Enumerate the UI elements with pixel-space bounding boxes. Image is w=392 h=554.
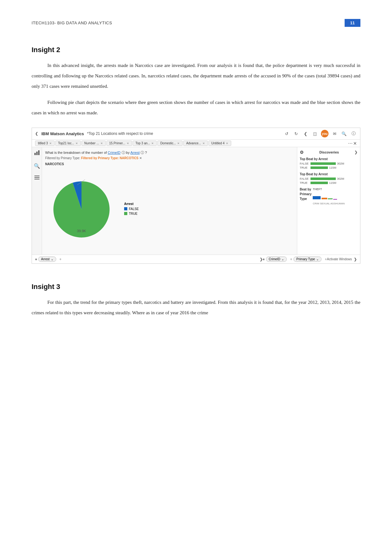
bottom-expand-icon[interactable]: ❯	[260, 257, 263, 262]
s3-sublabels: CRIM SEXUAL ASSHUMAN	[313, 202, 345, 205]
tabs-add-icon[interactable]: ✕	[353, 141, 357, 146]
watson-chart: ❮ IBM Watson Analytics *Top 21 Locations…	[32, 128, 360, 264]
user-avatar[interactable]: you	[321, 130, 329, 137]
tab-domestic[interactable]: Domestic... ✕	[157, 141, 183, 146]
axis-icon-right: ■	[263, 257, 265, 261]
tab-titled3-close[interactable]: ✕	[49, 142, 52, 145]
tab-titled3-label: titlled 3	[38, 142, 48, 145]
discoveries-panel: ⚙ Discoveries ❯ Top Beat by Arrest FALSE…	[297, 147, 360, 255]
tab-number[interactable]: Number ... ✕	[81, 141, 106, 146]
legend-false-dot	[124, 207, 127, 210]
chart-title-text: *Top 21 Locations with respect to crime	[87, 131, 280, 136]
svg-rect-9	[328, 198, 333, 199]
axis-icon-left: ■	[35, 257, 37, 261]
tab-advance[interactable]: Advance... ✕	[183, 141, 208, 146]
s3-theft-label: THEFT	[313, 188, 345, 191]
analysis-icon[interactable]: 🔍	[34, 163, 40, 169]
s2-r2-bar	[311, 182, 328, 184]
search-icon[interactable]: 🔍	[341, 130, 347, 137]
bottom-center-plus[interactable]: +	[290, 257, 292, 262]
tab-primer-label: 15.Primer...	[109, 142, 125, 145]
question-text-by: ⓘ by	[122, 151, 130, 154]
arrest-link[interactable]: Arrest	[130, 151, 140, 154]
tabs-more-icon[interactable]: ⋯	[348, 141, 353, 146]
tab-untitled4[interactable]: Untitled 4 ✕	[208, 141, 231, 146]
bottom-left-axis: ■ Arrest ⌄ +	[35, 256, 260, 262]
discovery-section1: Top Beat by Arrest FALSE 302M TRUE 115M	[300, 157, 358, 169]
tab-top21loc-label: Top21 loc...	[58, 142, 74, 145]
primary-type-pill-arrow: ⌄	[316, 257, 319, 261]
document-title: ITECH1103- BIG DATA AND ANALYTICS	[32, 21, 112, 25]
arrest-pill[interactable]: Arrest ⌄	[38, 256, 56, 262]
discovery-section3-title3: Type	[300, 197, 311, 201]
svg-rect-10	[333, 199, 337, 200]
insight2-paragraph1: In this advanced insight, the arrests ma…	[32, 60, 360, 92]
discoveries-title: Discoveries	[319, 150, 339, 154]
s2-r2-label: TRUE	[300, 181, 309, 184]
discovery-section3-title: Beat by	[300, 188, 311, 191]
bottom-left-plus[interactable]: +	[59, 257, 62, 262]
bottom-right-plus[interactable]: +	[325, 257, 327, 262]
tab-number-label: Number ...	[84, 142, 99, 145]
pie-legend: Arrest FALSE TRUE	[124, 202, 139, 217]
question-mark: ⓘ ?	[141, 151, 147, 154]
svg-rect-0	[34, 153, 36, 155]
primary-type-pill[interactable]: Primary Type ⌄	[293, 256, 322, 262]
s3-content-col: THEFT CRIM SEXUAL ASSHUMAN	[313, 188, 345, 205]
legend-arrest-title: Arrest	[124, 202, 139, 206]
discoveries-expand-icon[interactable]: ❯	[354, 150, 358, 154]
collapse-icon[interactable]: ❮	[35, 131, 38, 136]
narcotics-chart-label: NARCOTICS	[45, 162, 294, 166]
legend-false: FALSE	[124, 207, 139, 211]
tab-untitled4-close[interactable]: ✕	[226, 142, 228, 145]
bottom-right-section: Activate Windows ❯	[327, 257, 357, 262]
tab-number-close[interactable]: ✕	[100, 142, 103, 145]
svg-rect-7	[313, 196, 321, 199]
crimeid-pill[interactable]: CrimeID ⌄	[266, 256, 287, 262]
help-icon[interactable]: ⓘ	[350, 130, 357, 137]
s1-r1-bar	[311, 162, 336, 165]
s1-r2-val: 115M	[329, 166, 336, 169]
legend-true-dot	[124, 212, 127, 215]
tab-domestic-close[interactable]: ✕	[177, 142, 180, 145]
tab-advance-close[interactable]: ✕	[202, 142, 205, 145]
svg-rect-2	[38, 150, 39, 155]
s2-r1-val: 302M	[337, 177, 344, 180]
watson-app-name: IBM Watson Analytics	[41, 131, 84, 136]
visualization-icon[interactable]	[34, 150, 40, 157]
tab-top3an-close[interactable]: ✕	[151, 142, 154, 145]
crime-id-link[interactable]: CrimeID	[108, 151, 120, 154]
insight3-title: Insight 3	[32, 283, 360, 291]
crimeid-pill-label: CrimeID	[269, 257, 280, 261]
notification-icon[interactable]: ✉	[331, 130, 338, 137]
share-icon[interactable]: ❮	[302, 130, 309, 137]
format-icon[interactable]	[34, 175, 40, 181]
s2-r2-val: 115M	[329, 181, 336, 184]
discovery-section2-title: Top Beat by Arrest	[300, 172, 358, 176]
discoveries-header: ⚙ Discoveries ❯	[300, 150, 358, 155]
pie-chart-svg: 39.9K	[45, 178, 118, 241]
grid-icon[interactable]: ◫	[311, 130, 318, 137]
page: ITECH1103- BIG DATA AND ANALYTICS 11 Ins…	[0, 0, 392, 554]
redo-icon[interactable]: ↻	[292, 130, 299, 137]
chart-content-area: What is the breakdown of the number of C…	[42, 147, 297, 255]
discovery-section1-title: Top Beat by Arrest	[300, 157, 358, 161]
tab-top3an[interactable]: Top 3 an... ✕	[133, 141, 157, 146]
discovery-section2: Top Beat by Arrest FALSE 302M TRUE 115M	[300, 172, 358, 184]
chart-bottom-bar: ■ Arrest ⌄ + ❯ ■ CrimeID ⌄ +	[32, 255, 360, 263]
filter-close[interactable]: ✕	[139, 156, 142, 160]
discovery-s1-row1: FALSE 302M	[300, 162, 358, 165]
bottom-far-right-expand[interactable]: ❯	[354, 257, 357, 262]
tab-primer-close[interactable]: ✕	[127, 142, 129, 145]
s3-mini-chart	[313, 191, 341, 201]
undo-icon[interactable]: ↺	[283, 130, 290, 137]
chart-filter-label: Filtered by Primary Type: Filtered by Pr…	[45, 156, 294, 160]
tab-primer[interactable]: 15.Primer... ✕	[106, 141, 132, 146]
tab-top21loc-close[interactable]: ✕	[75, 142, 78, 145]
tab-titled3[interactable]: titlled 3 ✕	[35, 141, 55, 146]
tab-top21loc[interactable]: Top21 loc... ✕	[55, 141, 81, 146]
chart-main-area: 🔍 What is the breakdown of the number of…	[32, 147, 360, 255]
tab-top3an-label: Top 3 an...	[136, 142, 150, 145]
s2-r1-bar	[311, 178, 336, 180]
insight3-section: Insight 3 For this part, the trend for t…	[32, 283, 360, 318]
